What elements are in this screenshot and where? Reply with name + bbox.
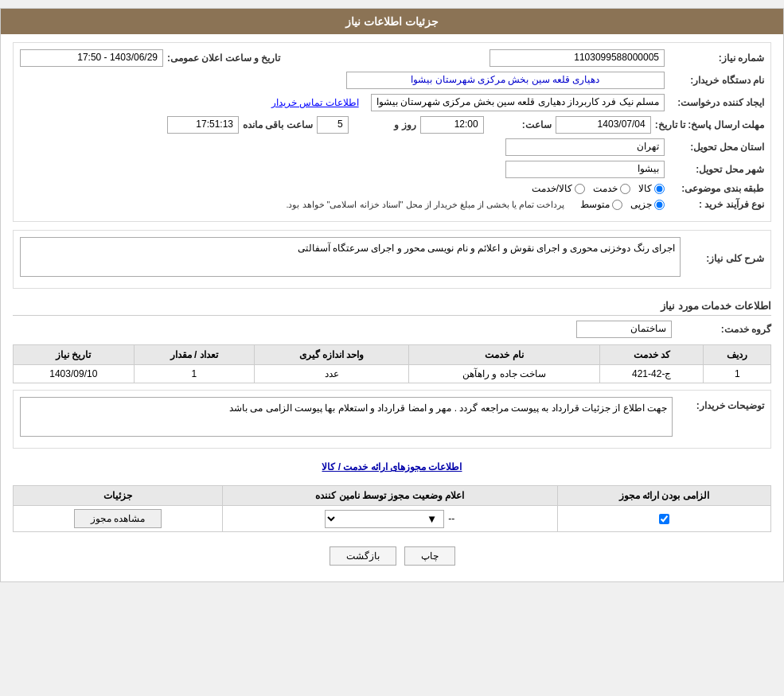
group-service-label: گروه خدمت: xyxy=(676,324,771,335)
farayan-label: نوع فرآیند خرید : xyxy=(669,199,764,210)
th-kod: کد خدمت xyxy=(599,345,704,365)
farayan-radio-group: جزیی متوسط xyxy=(580,199,665,210)
permit-checkbox[interactable] xyxy=(659,514,669,524)
radio-kala-label: کالا xyxy=(638,183,652,194)
shahr-label: شهر محل تحویل: xyxy=(669,164,764,175)
tarikh-label: مهلت ارسال پاسخ: تا تاریخ: xyxy=(655,119,764,130)
row-farayan: نوع فرآیند خرید : جزیی متوسط پرداخت تمام… xyxy=(20,199,764,210)
saat-mande-label: ساعت باقی مانده xyxy=(243,119,313,130)
radio-motavaset-label: متوسط xyxy=(580,199,610,210)
permit-joziat-cell: مشاهده مجوز xyxy=(14,506,223,532)
tarikh-date: 1403/07/04 xyxy=(556,116,651,134)
shomare-niaz-label: شماره نیاز: xyxy=(669,52,764,64)
radio-khedmat-input[interactable] xyxy=(620,184,630,194)
permit-row: -- ▼ مشاهده مجوز xyxy=(14,506,771,532)
services-title: اطلاعات خدمات مورد نیاز xyxy=(13,297,771,316)
table-row: 1 ج-42-421 ساخت جاده و راهآهن عدد 1 1403… xyxy=(14,365,771,383)
ostan-label: استان محل تحویل: xyxy=(669,142,764,153)
radio-kala-khedmat-label: کالا/خدمت xyxy=(532,183,572,194)
sharh-row: شرح کلی نیاز: اجرای رنگ دوخزنی محوری و ا… xyxy=(20,237,764,277)
th-vahed: واحد اندازه گیری xyxy=(255,345,409,365)
th-name: نام خدمت xyxy=(409,345,600,365)
services-table: ردیف کد خدمت نام خدمت واحد اندازه گیری ت… xyxy=(13,344,771,383)
radio-kala-khedmat: کالا/خدمت xyxy=(532,183,585,194)
row-tabaqe: طبقه بندی موضوعی: کالا خدمت کالا/خدمت xyxy=(20,183,764,194)
action-buttons: چاپ بازگشت xyxy=(13,539,771,574)
radio-kala: کالا xyxy=(638,183,665,194)
radio-jozi-label: جزیی xyxy=(630,199,652,210)
th-joziat: جزئیات xyxy=(14,486,223,506)
radio-khedmat: خدمت xyxy=(593,183,630,194)
buyer-notes-label: توضیحات خریدار: xyxy=(677,397,764,411)
back-button[interactable]: بازگشت xyxy=(330,546,396,566)
cell-tedad: 1 xyxy=(134,365,254,383)
saat-label: ساعت: xyxy=(488,119,552,130)
view-permit-button[interactable]: مشاهده مجوز xyxy=(74,509,162,528)
nam-dastgah-value: دهیاری قلعه سین بخش مرکزی شهرستان بیشوا xyxy=(346,72,665,89)
permit-elzami-cell xyxy=(557,506,770,532)
print-button[interactable]: چاپ xyxy=(404,546,455,566)
th-radif: ردیف xyxy=(704,345,771,365)
cell-kod: ج-42-421 xyxy=(599,365,704,383)
tabaqe-radio-group: کالا خدمت کالا/خدمت xyxy=(532,183,665,194)
cell-name: ساخت جاده و راهآهن xyxy=(409,365,600,383)
buyer-notes-value: جهت اطلاع از جزئیات قرارداد به پیوست مرا… xyxy=(20,397,673,437)
ostan-value: تهران xyxy=(505,138,665,156)
row-shomare-tarikh: شماره نیاز: 1103099588000005 تاریخ و ساع… xyxy=(20,49,764,67)
sharh-value: اجرای رنگ دوخزنی محوری و اجرای نقوش و اع… xyxy=(20,237,681,277)
cell-vahed: عدد xyxy=(255,365,409,383)
farayan-note: پرداخت تمام یا بخشی از مبلغ خریدار از مح… xyxy=(286,200,564,210)
buyer-notes-row: توضیحات خریدار: جهت اطلاع از جزئیات قرار… xyxy=(20,397,764,437)
row-ijad: ایجاد کننده درخواست: مسلم نیک فرد کاربرد… xyxy=(20,94,764,111)
th-vaziat: اعلام وضعیت مجوز توسط نامین کننده xyxy=(222,486,557,506)
th-tarikh: تاریخ نیاز xyxy=(14,345,135,365)
page-header: جزئیات اطلاعات نیاز xyxy=(1,9,783,34)
content-area: شماره نیاز: 1103099588000005 تاریخ و ساع… xyxy=(1,34,783,581)
page-wrapper: جزئیات اطلاعات نیاز شماره نیاز: 11030995… xyxy=(0,8,784,582)
permit-checkbox-wrapper xyxy=(564,514,764,524)
group-service-row: گروه خدمت: ساختمان xyxy=(13,321,771,338)
main-info-section: شماره نیاز: 1103099588000005 تاریخ و ساع… xyxy=(13,42,771,222)
row-ostan: استان محل تحویل: تهران xyxy=(20,138,764,156)
nam-dastgah-label: نام دستگاه خریدار: xyxy=(669,75,764,86)
th-elzami: الزامی بودن ارائه مجوز xyxy=(557,486,770,506)
radio-jozi-input[interactable] xyxy=(654,200,665,210)
cell-tarikh: 1403/09/10 xyxy=(14,365,135,383)
page-title: جزئیات اطلاعات نیاز xyxy=(345,15,439,28)
group-service-value: ساختمان xyxy=(576,321,672,338)
row-shahr: شهر محل تحویل: بیشوا xyxy=(20,161,764,178)
ijad-label: ایجاد کننده درخواست: xyxy=(669,97,764,108)
permit-select-wrapper: -- ▼ xyxy=(229,510,551,528)
row-mohlat: مهلت ارسال پاسخ: تا تاریخ: 1403/07/04 سا… xyxy=(20,116,764,134)
radio-kala-input[interactable] xyxy=(654,184,665,194)
permit-vaziat-cell: -- ▼ xyxy=(222,506,557,532)
ettelaat-tamas-link[interactable]: اطلاعات تماس خریدار xyxy=(271,97,359,108)
shomare-niaz-value: 1103099588000005 xyxy=(490,49,665,67)
th-tedad: تعداد / مقدار xyxy=(134,345,254,365)
radio-jozi: جزیی xyxy=(630,199,665,210)
sharh-label: شرح کلی نیاز: xyxy=(685,250,764,264)
permit-vaziat-select[interactable]: ▼ xyxy=(325,510,444,528)
tabaqe-label: طبقه بندی موضوعی: xyxy=(669,183,764,194)
permits-title: اطلاعات مجوزهای ارائه خدمت / کالا xyxy=(13,457,771,477)
roz-label: روز و xyxy=(353,119,416,130)
permit-vaziat-value: -- xyxy=(448,513,454,524)
row-nam-dastgah: نام دستگاه خریدار: دهیاری قلعه سین بخش م… xyxy=(20,72,764,89)
roz-value: 5 xyxy=(317,116,349,134)
shahr-value: بیشوا xyxy=(505,161,665,178)
taarikh-saat-value: 1403/06/29 - 17:50 xyxy=(20,49,163,67)
saat-value: 12:00 xyxy=(420,116,484,134)
permits-table: الزامی بودن ارائه مجوز اعلام وضعیت مجوز … xyxy=(13,485,771,532)
radio-motavaset: متوسط xyxy=(580,199,622,210)
radio-kala-khedmat-input[interactable] xyxy=(575,184,585,194)
taarikh-saat-label: تاریخ و ساعت اعلان عمومی: xyxy=(167,52,280,64)
radio-khedmat-label: خدمت xyxy=(593,183,618,194)
radio-motavaset-input[interactable] xyxy=(612,200,622,210)
saat-mande-value: 17:51:13 xyxy=(167,116,239,134)
buyer-notes-section: توضیحات خریدار: جهت اطلاع از جزئیات قرار… xyxy=(13,390,771,449)
sharh-section: شرح کلی نیاز: اجرای رنگ دوخزنی محوری و ا… xyxy=(13,230,771,289)
ijad-value: مسلم نیک فرد کاربرداز دهیاری قلعه سین بخ… xyxy=(371,94,665,111)
cell-radif: 1 xyxy=(704,365,771,383)
